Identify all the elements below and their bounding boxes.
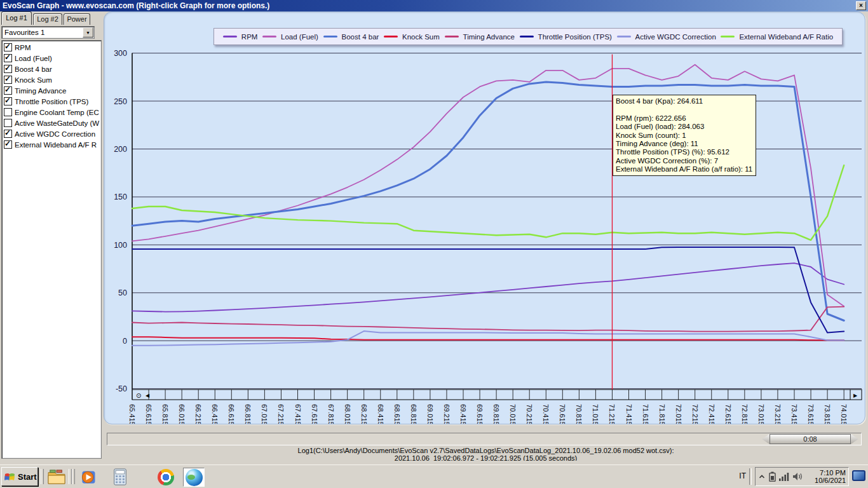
y-tick-label: -50 bbox=[116, 384, 127, 393]
x-tick-label: 65.815 bbox=[161, 404, 169, 424]
tab-log2[interactable]: Log #2 bbox=[33, 13, 62, 25]
clock[interactable]: 7:10 PM 10/6/2021 bbox=[815, 469, 846, 484]
channel-panel: Log #1 Log #2 Power Favourites 1 ▼ RPMLo… bbox=[0, 11, 104, 464]
x-tick-label: 69.415 bbox=[459, 404, 467, 424]
channel-item[interactable]: Active WasteGateDuty (W bbox=[2, 118, 101, 128]
series-line-external-wideband-a-f-ratio bbox=[132, 165, 844, 240]
channel-item[interactable]: Load (Fuel) bbox=[2, 53, 101, 64]
tab-log1[interactable]: Log #1 bbox=[1, 11, 32, 25]
x-tick-label: 73.215 bbox=[774, 404, 782, 424]
legend-item: Timing Advance bbox=[445, 33, 515, 41]
x-scroll-strip[interactable] bbox=[132, 390, 862, 400]
dropdown-arrow-icon[interactable]: ▼ bbox=[83, 27, 93, 37]
legend-swatch bbox=[223, 36, 237, 37]
x-tick-label: 66.215 bbox=[194, 404, 202, 424]
channel-checkbox[interactable] bbox=[4, 54, 12, 62]
channel-checkbox[interactable] bbox=[4, 140, 12, 149]
tab-power[interactable]: Power bbox=[64, 13, 90, 25]
channel-label: Timing Advance bbox=[15, 87, 66, 95]
strip-scroll-right-icon[interactable]: ▶ bbox=[853, 393, 858, 398]
graph-plot[interactable]: 300250200150100500-5065.41565.61565.8156… bbox=[104, 12, 865, 424]
x-tick-label: 70.815 bbox=[575, 404, 583, 424]
tooltip-line: Active WGDC Correction (%): 7 bbox=[616, 157, 753, 165]
time-scrollbar-track[interactable]: 0:08 bbox=[107, 433, 862, 445]
series-line-rpm bbox=[132, 263, 844, 311]
x-tick-label: 69.615 bbox=[476, 404, 484, 424]
taskbar: Start bbox=[0, 464, 868, 488]
channel-checkbox[interactable] bbox=[4, 76, 12, 84]
file-explorer-icon[interactable] bbox=[46, 468, 67, 487]
internet-globe-icon[interactable] bbox=[183, 468, 205, 487]
legend-label: External Wideband A/F Ratio bbox=[739, 33, 833, 41]
channel-item[interactable]: RPM bbox=[2, 42, 101, 53]
x-tick-label: 69.015 bbox=[426, 404, 434, 424]
close-button[interactable]: × bbox=[856, 1, 866, 10]
legend-item: Throttle Position (TPS) bbox=[520, 33, 612, 41]
signal-bars-icon[interactable] bbox=[779, 472, 789, 481]
channel-checkbox[interactable] bbox=[4, 108, 12, 116]
strip-scroll-left-icon[interactable]: ◀ bbox=[146, 393, 150, 398]
chrome-icon[interactable] bbox=[155, 468, 177, 487]
channel-item[interactable]: Engine Coolant Temp (EC bbox=[2, 107, 101, 118]
x-tick-label: 66.015 bbox=[178, 404, 186, 424]
channel-item[interactable]: Throttle Position (TPS) bbox=[2, 96, 101, 107]
legend-item: Active WGDC Correction bbox=[617, 33, 716, 41]
legend-label: Load (Fuel) bbox=[281, 33, 318, 41]
channel-checkbox[interactable] bbox=[4, 43, 12, 51]
x-tick-label: 71.615 bbox=[642, 404, 649, 424]
quicklaunch-grip[interactable] bbox=[72, 469, 75, 484]
language-indicator[interactable]: IT bbox=[739, 471, 746, 480]
channel-label: Active WasteGateDuty (W bbox=[15, 119, 99, 127]
graph-panel[interactable]: 300250200150100500-5065.41565.61565.8156… bbox=[104, 11, 865, 424]
show-desktop-icon[interactable] bbox=[852, 470, 865, 481]
x-tick-label: 66.815 bbox=[244, 404, 252, 424]
data-tooltip: Boost 4 bar (Kpa): 264.611 RPM (rpm): 62… bbox=[613, 95, 756, 176]
scrollbar-right-arrow-icon[interactable] bbox=[851, 434, 860, 444]
bottom-strip: 0:08 Log1(C:\Users\Andy\Documents\EvoSca… bbox=[104, 431, 868, 461]
x-tick-label: 67.015 bbox=[261, 404, 268, 424]
y-tick-label: 250 bbox=[114, 97, 127, 106]
x-tick-label: 67.215 bbox=[277, 404, 285, 424]
start-button[interactable]: Start bbox=[1, 467, 38, 486]
channel-checkbox[interactable] bbox=[4, 86, 12, 95]
x-tick-label: 70.415 bbox=[542, 404, 550, 424]
channel-item[interactable]: Timing Advance bbox=[2, 85, 101, 96]
channel-label: RPM bbox=[15, 44, 31, 51]
legend-swatch bbox=[323, 36, 337, 37]
calculator-icon[interactable] bbox=[109, 468, 131, 487]
x-tick-label: 69.815 bbox=[492, 404, 500, 424]
x-tick-label: 66.615 bbox=[227, 404, 235, 424]
window-titlebar[interactable]: EvoScan Graph - www.evoscan.com (Right-c… bbox=[0, 0, 868, 11]
x-tick-label: 68.815 bbox=[410, 404, 417, 424]
favourites-value: Favourites 1 bbox=[4, 29, 44, 36]
volume-icon[interactable] bbox=[792, 472, 803, 481]
clock-time: 7:10 PM bbox=[815, 469, 846, 477]
channel-checkbox[interactable] bbox=[4, 65, 12, 73]
y-tick-label: 0 bbox=[123, 337, 127, 346]
chevron-up-icon[interactable] bbox=[758, 473, 766, 480]
x-tick-label: 73.815 bbox=[824, 404, 831, 424]
time-scrollbar-thumb[interactable]: 0:08 bbox=[770, 434, 851, 444]
legend-label: Knock Sum bbox=[402, 33, 440, 41]
system-tray: 7:10 PM 10/6/2021 bbox=[755, 467, 849, 486]
media-player-icon[interactable] bbox=[78, 468, 99, 487]
legend-label: Active WGDC Correction bbox=[635, 33, 716, 41]
strip-zoom-reset-icon[interactable]: ⊙ bbox=[136, 392, 141, 399]
x-tick-label: 74.015 bbox=[840, 404, 848, 424]
channel-item[interactable]: External Wideband A/F R bbox=[2, 139, 101, 150]
battery-icon[interactable] bbox=[769, 471, 776, 482]
legend-label: Throttle Position (TPS) bbox=[538, 33, 612, 41]
channel-listbox[interactable]: RPMLoad (Fuel)Boost 4 barKnock SumTiming… bbox=[1, 40, 102, 459]
tooltip-line: Knock Sum (count): 1 bbox=[616, 132, 753, 140]
quicklaunch-grip[interactable] bbox=[41, 469, 44, 484]
channel-checkbox[interactable] bbox=[4, 97, 12, 105]
channel-checkbox[interactable] bbox=[4, 119, 12, 127]
channel-item[interactable]: Active WGDC Correction bbox=[2, 128, 101, 139]
x-tick-label: 68.015 bbox=[344, 404, 351, 424]
channel-item[interactable]: Boost 4 bar bbox=[2, 64, 101, 74]
y-tick-label: 300 bbox=[114, 49, 127, 58]
favourites-dropdown[interactable]: Favourites 1 ▼ bbox=[1, 26, 95, 39]
scrollbar-left-arrow-icon[interactable] bbox=[761, 434, 770, 444]
channel-checkbox[interactable] bbox=[4, 130, 12, 138]
channel-item[interactable]: Knock Sum bbox=[2, 74, 101, 85]
